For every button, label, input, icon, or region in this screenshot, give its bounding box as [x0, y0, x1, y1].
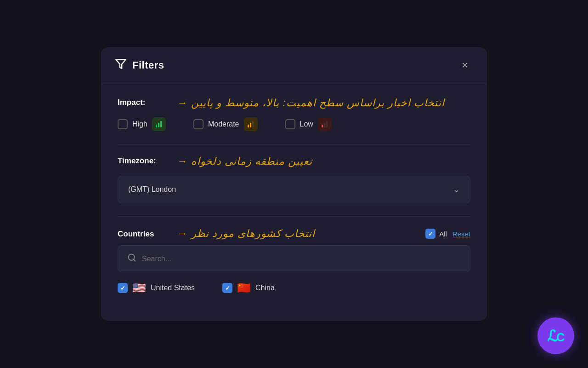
high-label: High [132, 120, 147, 128]
high-checkbox[interactable] [118, 119, 128, 129]
reset-button[interactable]: Reset [452, 230, 470, 238]
impact-label: Impact: [118, 97, 173, 107]
impact-arrow-icon: → [177, 98, 187, 108]
modal-body: Impact: → انتخاب اخبار براساس سطح اهمیت:… [101, 84, 487, 294]
timezone-value: (GMT) London [128, 185, 176, 194]
impact-option-moderate[interactable]: Moderate [193, 117, 258, 131]
svg-rect-6 [252, 121, 254, 127]
country-item-cn[interactable]: ✓ 🇨🇳 China [222, 282, 275, 294]
countries-section: Countries → انتخاب کشورهای مورد نظر ✓ Al… [118, 228, 470, 294]
divider-2 [118, 216, 470, 217]
cn-flag: 🇨🇳 [237, 282, 251, 294]
low-label: Low [300, 120, 313, 128]
all-checkmark: ✓ [428, 230, 433, 237]
timezone-annotation: → تعیین منطقه زمانی دلخواه [177, 155, 312, 167]
svg-rect-3 [160, 121, 162, 127]
countries-left: Countries → انتخاب کشورهای مورد نظر [118, 228, 315, 240]
svg-rect-5 [250, 123, 251, 127]
header-left: Filters [115, 58, 164, 73]
country-list: ✓ 🇺🇸 United States ✓ 🇨🇳 China [118, 282, 470, 294]
all-checkbox-container[interactable]: ✓ All [425, 229, 447, 239]
search-box [118, 245, 470, 272]
all-checkbox[interactable]: ✓ [425, 229, 435, 239]
impact-header-row: Impact: → انتخاب اخبار براساس سطح اهمیت:… [118, 97, 470, 109]
svg-line-11 [134, 259, 136, 261]
timezone-arrow-icon: → [177, 156, 187, 167]
divider-1 [118, 144, 470, 144]
cn-name: China [255, 284, 275, 292]
backdrop: Filters × Impact: → انتخاب اخبار براساس … [0, 0, 588, 368]
cn-checkmark: ✓ [225, 285, 230, 292]
low-icon [318, 117, 332, 131]
cn-checkbox[interactable]: ✓ [222, 283, 232, 293]
timezone-header-row: Timezone: → تعیین منطقه زمانی دلخواه [118, 155, 470, 167]
timezone-section: Timezone: → تعیین منطقه زمانی دلخواه (GM… [118, 155, 470, 203]
impact-annotation-text: انتخاب اخبار براساس سطح اهمیت: بالا، متو… [191, 97, 445, 109]
countries-label: Countries [118, 229, 173, 239]
us-checkbox[interactable]: ✓ [118, 283, 128, 293]
svg-rect-9 [326, 121, 328, 127]
countries-annotation: → انتخاب کشورهای مورد نظر [177, 228, 315, 240]
svg-rect-2 [158, 123, 159, 127]
svg-marker-0 [116, 59, 126, 69]
us-checkmark: ✓ [120, 285, 125, 292]
countries-annotation-text: انتخاب کشورهای مورد نظر [191, 228, 315, 240]
impact-section: Impact: → انتخاب اخبار براساس سطح اهمیت:… [118, 97, 470, 131]
timezone-annotation-text: تعیین منطقه زمانی دلخواه [191, 155, 312, 167]
impact-annotation: → انتخاب اخبار براساس سطح اهمیت: بالا، م… [177, 97, 445, 109]
logo-badge: ℒ C [537, 317, 574, 354]
moderate-checkbox[interactable] [193, 119, 204, 129]
countries-header-row: Countries → انتخاب کشورهای مورد نظر ✓ Al… [118, 228, 470, 240]
modal-header: Filters × [101, 47, 487, 84]
svg-rect-7 [322, 125, 323, 127]
filter-modal: Filters × Impact: → انتخاب اخبار براساس … [101, 47, 487, 321]
impact-option-low[interactable]: Low [285, 117, 332, 131]
all-label: All [439, 230, 447, 238]
modal-title: Filters [132, 59, 164, 71]
svg-rect-4 [248, 125, 249, 127]
impact-option-high[interactable]: High [118, 117, 166, 131]
chevron-down-icon: ⌄ [453, 184, 460, 195]
countries-right: ✓ All Reset [425, 229, 470, 239]
high-icon [152, 117, 166, 131]
svg-rect-1 [156, 125, 157, 127]
filter-icon [115, 58, 127, 73]
timezone-dropdown[interactable]: (GMT) London ⌄ [118, 176, 470, 203]
svg-text:C: C [556, 331, 565, 344]
impact-options: High Moderate [118, 117, 470, 131]
country-item-us[interactable]: ✓ 🇺🇸 United States [118, 282, 195, 294]
close-button[interactable]: × [457, 57, 473, 74]
low-checkbox[interactable] [285, 119, 295, 129]
moderate-icon [244, 117, 258, 131]
search-icon [127, 253, 136, 264]
timezone-label: Timezone: [118, 155, 173, 166]
country-search-input[interactable] [142, 255, 461, 263]
us-name: United States [151, 284, 195, 292]
svg-rect-8 [324, 123, 325, 127]
us-flag: 🇺🇸 [132, 282, 146, 294]
moderate-label: Moderate [208, 120, 239, 128]
countries-arrow-icon: → [177, 229, 187, 239]
